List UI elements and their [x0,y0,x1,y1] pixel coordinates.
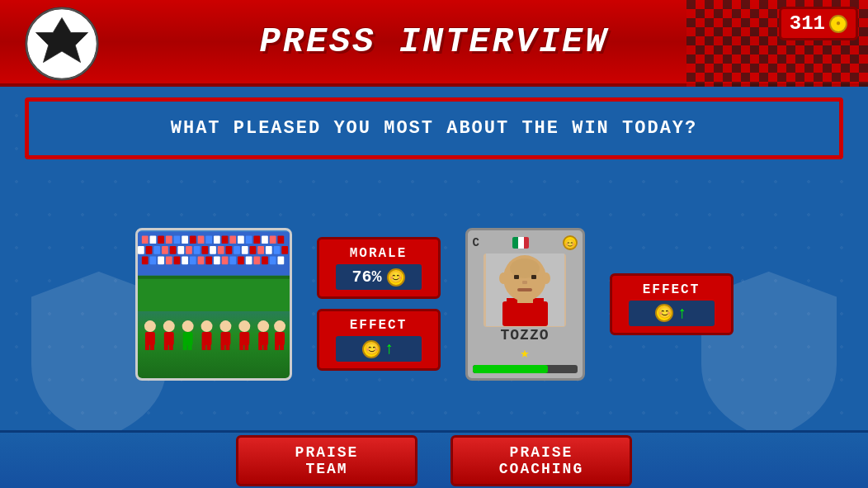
svg-rect-80 [206,343,210,349]
svg-rect-44 [281,246,288,254]
svg-rect-14 [189,235,196,244]
player-effect-section: EFFECT 😊 ↑ [610,273,734,335]
team-effect-label: EFFECT [336,318,422,333]
player-effect-arrow: ↑ [677,304,686,323]
svg-rect-94 [275,332,285,345]
svg-rect-59 [253,256,260,264]
svg-rect-15 [197,235,204,244]
svg-rect-36 [217,246,224,254]
players-svg [138,314,290,363]
svg-rect-75 [182,343,186,349]
coin-icon: ● [829,15,847,33]
svg-rect-13 [182,235,188,244]
svg-rect-90 [258,332,268,345]
svg-rect-33 [193,246,200,254]
player-face-svg [486,253,564,326]
svg-rect-38 [234,246,240,254]
player-effect-box: EFFECT 😊 ↑ [610,273,734,335]
svg-rect-20 [238,235,244,244]
svg-point-77 [200,320,212,332]
svg-rect-84 [225,343,229,349]
svg-rect-62 [277,256,284,264]
svg-rect-78 [201,332,211,345]
svg-rect-70 [163,332,173,345]
svg-rect-11 [165,235,172,244]
svg-rect-31 [177,246,184,254]
morale-number: 76% [351,268,381,287]
svg-rect-37 [225,246,232,254]
svg-rect-74 [182,332,192,345]
svg-rect-95 [275,343,279,349]
praise-team-button[interactable]: PRAISE TEAM [236,435,417,486]
svg-rect-49 [173,256,180,264]
svg-point-108 [542,272,550,284]
svg-rect-91 [258,343,262,349]
player-name: TOZZO [500,327,549,343]
svg-rect-9 [149,235,156,244]
svg-point-69 [163,320,174,332]
team-effect-smiley: 😊 [362,340,380,358]
svg-rect-56 [229,256,236,264]
svg-rect-8 [141,235,148,244]
svg-rect-34 [201,246,208,254]
svg-rect-10 [158,235,164,244]
svg-rect-25 [277,235,284,244]
svg-point-107 [499,272,507,284]
svg-rect-54 [214,256,220,264]
player-star: ★ [521,343,530,362]
team-effect-box: EFFECT 😊 ↑ [317,309,441,371]
svg-rect-22 [253,235,260,244]
svg-rect-19 [229,235,236,244]
svg-rect-18 [221,235,228,244]
svg-rect-96 [280,343,284,349]
player-position: C [473,236,479,249]
svg-point-85 [238,320,250,332]
svg-point-89 [257,320,269,332]
svg-rect-23 [262,235,268,244]
morale-section: MORALE 76% 😊 EFFECT 😊 ↑ [317,237,441,371]
content-area: MORALE 76% 😊 EFFECT 😊 ↑ C 😊 [0,178,868,430]
morale-smiley: 😊 [387,268,405,287]
svg-rect-30 [169,246,176,254]
praise-coaching-button[interactable]: PRAISE COACHING [451,435,632,486]
player-effect-smiley: 😊 [655,304,673,322]
svg-rect-68 [149,343,153,349]
player-card: C 😊 [465,228,585,381]
bottom-buttons-bar: PRAISE TEAM PRAISE COACHING [0,430,868,488]
svg-rect-40 [249,246,256,254]
svg-rect-16 [205,235,212,244]
players-row [138,314,290,363]
svg-rect-42 [265,246,271,254]
svg-rect-79 [201,343,205,349]
svg-rect-53 [205,256,212,264]
svg-rect-52 [197,256,204,264]
coin-count: 311 [790,12,825,35]
morale-label: MORALE [336,246,422,261]
svg-rect-35 [210,246,216,254]
praise-coaching-label: PRAISE COACHING [494,444,588,477]
team-effect-value: 😊 ↑ [336,336,422,362]
crowd-area [138,230,290,311]
svg-rect-105 [522,281,527,284]
header-bar: PRESS INTERVIEW [0,0,868,87]
svg-rect-64 [138,275,290,278]
svg-rect-82 [220,332,230,345]
svg-rect-60 [262,256,268,264]
player-effect-value: 😊 ↑ [629,301,715,326]
team-photo [138,230,290,378]
svg-point-73 [182,320,193,332]
svg-rect-61 [269,256,276,264]
svg-rect-50 [182,256,188,264]
svg-rect-58 [245,256,252,264]
player-card-top: C 😊 [473,235,578,250]
svg-rect-12 [173,235,180,244]
player-effect-label: EFFECT [629,282,715,297]
svg-point-81 [219,320,231,332]
svg-rect-48 [165,256,172,264]
svg-rect-27 [145,246,152,254]
svg-rect-88 [244,343,248,349]
svg-rect-17 [214,235,220,244]
svg-rect-57 [238,256,244,264]
svg-rect-45 [141,256,148,264]
question-box: WHAT PLEASED YOU MOST ABOUT THE WIN TODA… [25,97,843,159]
